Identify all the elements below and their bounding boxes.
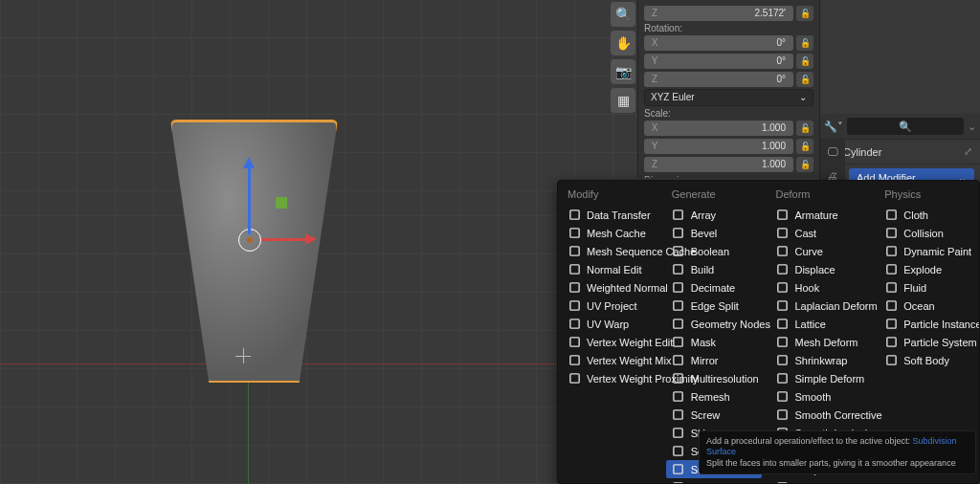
modifier-item-vwm[interactable]: Vertex Weight Mix [562, 351, 658, 369]
modifier-item-vwp[interactable]: Vertex Weight Proximity [562, 369, 658, 387]
modifier-item-explode[interactable]: Explode [879, 260, 975, 278]
modifier-item-uv-warp[interactable]: UV Warp [562, 315, 658, 333]
modifier-item-smooth[interactable]: Smooth [769, 387, 871, 406]
rot-x-input[interactable]: 0° [665, 35, 793, 51]
object-name[interactable]: Cylinder [843, 146, 881, 158]
modifier-item-cloth[interactable]: Cloth [879, 206, 975, 224]
explode-icon [884, 263, 898, 276]
modifier-item-dynpaint[interactable]: Dynamic Paint [879, 242, 975, 260]
modifier-item-laplacian[interactable]: Laplacian Deform [769, 297, 871, 315]
modifier-item-hook[interactable]: Hook [769, 278, 871, 297]
gizmo-x-arrow[interactable] [261, 238, 311, 241]
modifier-item-data-transfer[interactable]: Data Transfer [562, 206, 658, 224]
hook-icon [775, 281, 789, 295]
loc-z-input[interactable]: 2.5172' [665, 6, 793, 21]
chevron-down-icon[interactable]: ⌄ [968, 121, 976, 133]
scale-x-input[interactable]: 1.000 [665, 121, 793, 136]
lock-icon[interactable]: 🔓 [796, 54, 813, 69]
render-tab-icon[interactable]: 🖵 [820, 140, 845, 165]
zoom-icon[interactable]: 🔍 [611, 2, 635, 27]
move-view-icon[interactable]: ✋ [611, 31, 635, 55]
modifier-item-cast[interactable]: Cast [769, 224, 871, 242]
modifier-item-array[interactable]: Array [666, 206, 763, 224]
modifier-item-simple[interactable]: Simple Deform [769, 369, 871, 387]
modifier-item-mesh-deform[interactable]: Mesh Deform [769, 333, 871, 351]
modifier-item-armature[interactable]: Armature [769, 206, 871, 224]
modifier-item-particle-inst[interactable]: Particle Instance [879, 315, 975, 333]
modifier-item-weighted[interactable]: Weighted Normal [562, 278, 658, 297]
modifier-item-screw[interactable]: Screw [666, 406, 763, 424]
modifier-item-label: Build [691, 264, 714, 275]
modifier-item-label: Array [691, 209, 716, 221]
modifier-item-mesh-cache[interactable]: Mesh Cache [562, 224, 658, 242]
persp-toggle-icon[interactable]: ▦ [611, 88, 635, 113]
modifier-item-label: Mesh Deform [794, 337, 858, 348]
rot-z-input[interactable]: 0° [665, 72, 793, 87]
modifier-item-bevel[interactable]: Bevel [666, 224, 763, 242]
modifier-item-build[interactable]: Build [666, 260, 763, 278]
modifier-item-triangulate[interactable]: Triangulate [666, 478, 763, 484]
lock-icon[interactable]: 🔓 [796, 6, 813, 21]
modifier-item-smooth-corr[interactable]: Smooth Corrective [769, 406, 871, 424]
modifier-item-particle-sys[interactable]: Particle System [879, 333, 975, 351]
modifier-item-boolean[interactable]: Boolean [666, 242, 763, 260]
modifier-item-mirror[interactable]: Mirror [666, 351, 763, 369]
modifier-item-remesh[interactable]: Remesh [666, 387, 763, 406]
modifier-item-label: Collision [903, 228, 944, 239]
pin-icon[interactable]: ⤢ [964, 145, 972, 158]
lock-icon[interactable]: 🔓 [796, 157, 813, 172]
particle-sys-icon [884, 336, 898, 349]
modifier-item-geo-nodes[interactable]: Geometry Nodes [666, 315, 763, 333]
svg-rect-49 [887, 283, 896, 292]
editor-type-icon[interactable]: 🔧˅ [824, 121, 843, 133]
svg-rect-47 [887, 247, 896, 255]
svg-rect-3 [569, 265, 578, 274]
rot-y-input[interactable]: 0° [665, 54, 793, 69]
scale-z-label: Z [644, 157, 665, 172]
modifier-item-curve[interactable]: Curve [769, 242, 871, 260]
modifier-item-shrinkwrap[interactable]: Shrinkwrap [769, 351, 871, 369]
loc-z-label: Z [644, 6, 665, 21]
modifier-item-multires[interactable]: Multiresolution [666, 369, 763, 387]
lock-icon[interactable]: 🔓 [796, 121, 813, 136]
scale-z-input[interactable]: 1.000 [665, 157, 793, 172]
modifier-item-lattice[interactable]: Lattice [769, 315, 871, 333]
modifier-item-fluid[interactable]: Fluid [879, 278, 975, 297]
lock-icon[interactable]: 🔓 [796, 35, 813, 51]
modifier-item-vwe[interactable]: Vertex Weight Edit [562, 333, 658, 351]
modifier-item-wave[interactable]: Wave [769, 478, 871, 484]
modifier-item-collision[interactable]: Collision [879, 224, 975, 242]
ocean-icon [884, 299, 898, 313]
modifier-column-header: Generate [666, 187, 763, 206]
modifier-item-label: Explode [903, 264, 942, 275]
gizmo-z-arrow[interactable] [248, 163, 251, 234]
modifier-item-displace[interactable]: Displace [769, 260, 871, 278]
boolean-icon [672, 245, 685, 258]
modifier-item-edge-split[interactable]: Edge Split [666, 297, 763, 315]
modifier-item-label: Edge Split [691, 300, 739, 312]
camera-icon[interactable]: 📷 [611, 59, 635, 84]
rotation-mode-dropdown[interactable]: XYZ Euler ⌄ [644, 89, 813, 106]
modifier-item-decimate[interactable]: Decimate [666, 278, 763, 297]
modifier-item-normal[interactable]: Normal Edit [562, 260, 658, 278]
modifier-item-ocean[interactable]: Ocean [879, 297, 975, 315]
weighted-icon [568, 281, 581, 295]
scale-y-input[interactable]: 1.000 [665, 139, 793, 154]
modifier-item-mask[interactable]: Mask [666, 333, 763, 351]
gizmo-xy-plane[interactable] [276, 197, 287, 209]
modifier-item-label: Dynamic Paint [903, 246, 971, 257]
lock-icon[interactable]: 🔓 [796, 139, 813, 154]
modifier-item-label: Multiresolution [691, 373, 759, 385]
wave-icon [775, 481, 789, 485]
lock-icon[interactable]: 🔓 [796, 72, 813, 87]
modifier-item-label: Data Transfer [587, 209, 651, 221]
dynpaint-icon [884, 245, 898, 258]
modifier-column-header: Physics [879, 187, 975, 206]
particle-inst-icon [884, 318, 898, 331]
modifier-item-mesh-seq[interactable]: Mesh Sequence Cache [562, 242, 658, 260]
properties-search-input[interactable]: 🔍 [847, 118, 964, 135]
modifier-item-softbody[interactable]: Soft Body [879, 351, 975, 369]
smooth-corr-icon [775, 408, 789, 422]
modifier-item-uv-project[interactable]: UV Project [562, 297, 658, 315]
modifier-item-label: Curve [794, 246, 822, 257]
